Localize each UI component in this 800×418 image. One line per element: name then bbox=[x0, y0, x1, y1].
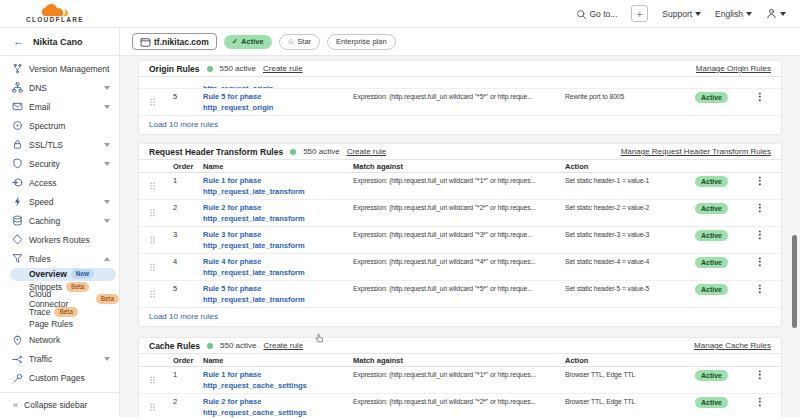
drag-handle-icon[interactable] bbox=[149, 370, 156, 389]
back-arrow-icon[interactable]: ← bbox=[13, 36, 24, 47]
collapse-sidebar-button[interactable]: « Collapse sidebar bbox=[0, 392, 119, 417]
sidebar-item-dns[interactable]: DNS bbox=[0, 78, 119, 97]
sidebar-item-security[interactable]: Security bbox=[0, 154, 119, 173]
rule-action: Set static header-2 = value-2 bbox=[565, 203, 695, 214]
sidebar-item-spectrum[interactable]: Spectrum bbox=[0, 116, 119, 135]
sidebar-item-ssl-tls[interactable]: SSL/TLS bbox=[0, 135, 119, 154]
kebab-menu-icon[interactable]: ⋮ bbox=[755, 176, 765, 186]
rule-name-link[interactable]: Rule 4 for phase bbox=[203, 257, 353, 268]
sidebar-item-traffic[interactable]: Traffic bbox=[0, 350, 119, 369]
rule-name-link[interactable]: Rule 1 for phase bbox=[203, 176, 353, 187]
sidebar-item-caching[interactable]: Caching bbox=[0, 211, 119, 230]
column-header-action: Action bbox=[565, 162, 695, 171]
domain-selector[interactable]: tf.nikitac.com bbox=[132, 33, 217, 50]
sidebar-item-label: Spectrum bbox=[29, 121, 110, 131]
browser-window-icon bbox=[140, 37, 150, 47]
rule-expression: Expression: (http.request.full_uri wildc… bbox=[353, 257, 565, 268]
rule-name-link[interactable]: http_request_origin bbox=[203, 103, 353, 114]
column-header-order: Order bbox=[173, 162, 203, 171]
goto-search[interactable]: Go to... bbox=[576, 9, 617, 19]
sidebar-item-cloud-connector[interactable]: Cloud ConnectorBeta bbox=[0, 293, 119, 306]
kebab-menu-icon[interactable]: ⋮ bbox=[755, 230, 765, 240]
kebab-menu-icon[interactable]: ⋮ bbox=[755, 284, 765, 294]
support-menu[interactable]: Support bbox=[662, 9, 701, 19]
load-more-rules-link[interactable]: Load 10 more rules bbox=[139, 116, 781, 134]
drag-handle-icon[interactable] bbox=[149, 284, 156, 303]
sidebar-nav: Version ManagementDNSEmailSpectrumSSL/TL… bbox=[0, 56, 119, 392]
sidebar-item-access[interactable]: Access bbox=[0, 173, 119, 192]
rule-name: Rule 1 for phasehttp_request_late_transf… bbox=[203, 176, 353, 197]
rule-name-link[interactable]: Rule 2 for phase bbox=[203, 397, 353, 408]
sidebar-item-email[interactable]: Email bbox=[0, 97, 119, 116]
rule-action: Rewrite port to 8005 bbox=[565, 92, 695, 103]
rule-name-link[interactable]: Rule 5 for phase bbox=[203, 284, 353, 295]
rule-name-link[interactable]: Rule 5 for phase bbox=[203, 92, 353, 103]
manage-rules-link[interactable]: Manage Cache Rules bbox=[694, 341, 771, 350]
sidebar-item-label: Traffic bbox=[29, 354, 104, 364]
drag-handle-icon[interactable] bbox=[149, 203, 156, 222]
plan-badge: Enterprise plan bbox=[327, 34, 395, 50]
language-menu[interactable]: English bbox=[715, 9, 752, 19]
add-button[interactable]: + bbox=[631, 5, 648, 22]
sidebar-item-custom-pages[interactable]: Custom Pages bbox=[0, 369, 119, 388]
rule-name-link[interactable]: http_request_late_transform bbox=[203, 295, 353, 306]
rule-name-link[interactable]: http_request_late_transform bbox=[203, 268, 353, 279]
sidebar-item-speed[interactable]: Speed bbox=[0, 192, 119, 211]
sidebar-item-network[interactable]: Network bbox=[0, 331, 119, 350]
create-rule-link[interactable]: Create rule bbox=[347, 147, 387, 156]
table-row: 1Rule 1 for phasehttp_request_cache_sett… bbox=[139, 367, 781, 394]
rule-name-link[interactable]: http_request_late_transform bbox=[203, 187, 353, 198]
sidebar-item-overview[interactable]: OverviewNew bbox=[10, 268, 116, 281]
sidebar-item-page-rules[interactable]: Page Rules bbox=[0, 318, 119, 331]
rule-action: Browser TTL, Edge TTL bbox=[565, 370, 695, 381]
column-header-name: Name bbox=[203, 356, 353, 365]
rule-name-link[interactable]: http_request_cache_settings bbox=[203, 381, 353, 392]
drag-handle-icon[interactable] bbox=[149, 257, 156, 276]
create-rule-link[interactable]: Create rule bbox=[264, 341, 304, 350]
sidebar-item-workers-routes[interactable]: Workers Routes bbox=[0, 230, 119, 249]
rule-name-link[interactable]: Rule 2 for phase bbox=[203, 203, 353, 214]
sidebar-item-trace[interactable]: TraceBeta bbox=[0, 306, 119, 319]
status-badge: Active bbox=[695, 370, 728, 381]
wrench-icon bbox=[12, 373, 23, 384]
create-rule-link[interactable]: Create rule bbox=[263, 64, 303, 73]
drag-handle-icon[interactable] bbox=[149, 230, 156, 249]
rule-name-link[interactable]: http_request_late_transform bbox=[203, 241, 353, 252]
kebab-menu-icon[interactable]: ⋮ bbox=[755, 370, 765, 380]
section-header: Origin Rules550 activeCreate ruleManage … bbox=[139, 61, 781, 77]
chevron-down-icon bbox=[104, 219, 110, 223]
rule-name: Rule 5 for phasehttp_request_late_transf… bbox=[203, 284, 353, 305]
drag-handle-icon[interactable] bbox=[149, 92, 156, 111]
rule-order: 5 bbox=[173, 284, 203, 295]
sidebar-item-version-management[interactable]: Version Management bbox=[0, 59, 119, 78]
drag-handle-icon[interactable] bbox=[149, 176, 156, 195]
rule-name-link[interactable]: http_request_late_transform bbox=[203, 214, 353, 225]
rule-name-link[interactable]: Rule 1 for phase bbox=[203, 370, 353, 381]
kebab-menu-icon[interactable]: ⋮ bbox=[755, 257, 765, 267]
kebab-menu-icon[interactable]: ⋮ bbox=[755, 203, 765, 213]
user-menu[interactable] bbox=[766, 8, 786, 19]
drag-handle-icon[interactable] bbox=[149, 397, 156, 416]
rule-name: Rule 2 for phasehttp_request_cache_setti… bbox=[203, 397, 353, 417]
rule-action: Set static header-1 = value-1 bbox=[565, 176, 695, 187]
status-badge: Active bbox=[695, 284, 728, 295]
domain-name: tf.nikitac.com bbox=[154, 37, 209, 47]
manage-rules-link[interactable]: Manage Origin Rules bbox=[696, 64, 771, 73]
star-button[interactable]: ☆ Star bbox=[279, 34, 321, 50]
chevron-down-icon bbox=[104, 143, 110, 147]
sidebar-item-label: Speed bbox=[29, 197, 104, 207]
rule-name-link[interactable]: http_request_cache_settings bbox=[203, 408, 353, 418]
rule-expression: Expression: (http.request.full_uri wildc… bbox=[353, 284, 565, 295]
sidebar-item-rules[interactable]: Rules bbox=[0, 249, 119, 268]
scrollbar-thumb[interactable] bbox=[792, 235, 797, 328]
manage-rules-link[interactable]: Manage Request Header Transform Rules bbox=[621, 147, 771, 156]
rule-name-link[interactable]: Rule 3 for phase bbox=[203, 230, 353, 241]
rule-name: Rule 2 for phasehttp_request_late_transf… bbox=[203, 203, 353, 224]
cloudflare-logo[interactable]: CLOUDFLARE bbox=[26, 4, 84, 24]
sidebar-item-label: DNS bbox=[29, 83, 104, 93]
load-more-rules-link[interactable]: Load 10 more rules bbox=[139, 308, 781, 326]
collapse-icon: « bbox=[13, 400, 18, 410]
kebab-menu-icon[interactable]: ⋮ bbox=[755, 397, 765, 407]
kebab-menu-icon[interactable]: ⋮ bbox=[755, 92, 765, 102]
rule-order: 5 bbox=[173, 92, 203, 103]
